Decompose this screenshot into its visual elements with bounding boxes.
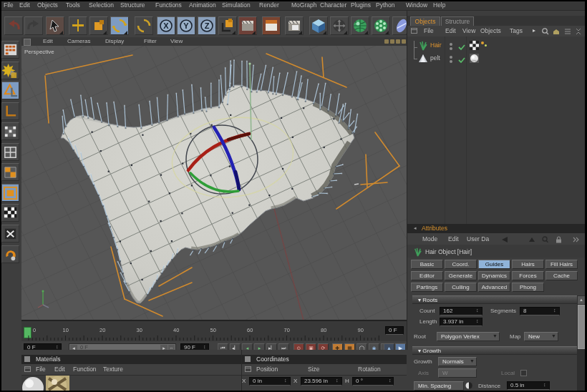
svg-text:Z: Z <box>205 21 210 30</box>
svg-text:Perspective: Perspective <box>24 49 54 55</box>
svg-text:Y: Y <box>183 21 189 30</box>
svg-text:X: X <box>163 21 169 30</box>
